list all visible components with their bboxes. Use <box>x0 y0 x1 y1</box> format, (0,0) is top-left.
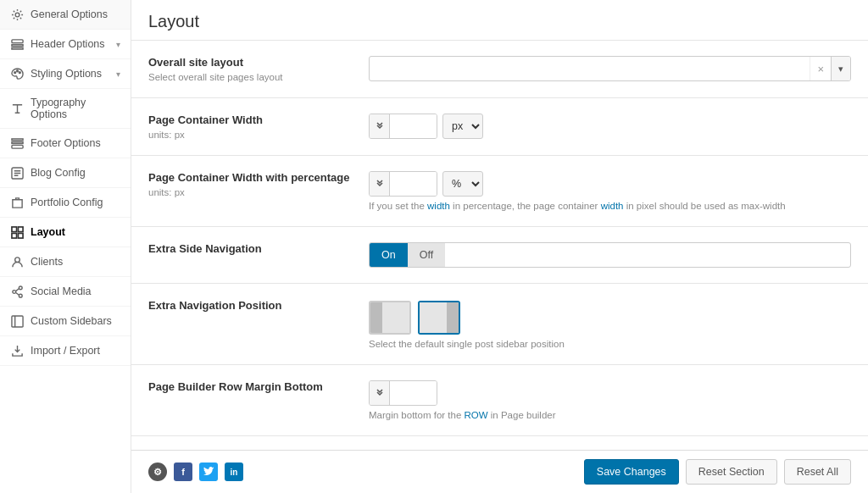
sidebar-item-portfolio-config[interactable]: Portfolio Config <box>0 188 131 218</box>
sidebar-item-layout[interactable]: Layout <box>0 218 131 247</box>
sidebar-item-footer-options[interactable]: Footer Options <box>0 129 131 158</box>
sidebar-item-general-options[interactable]: General Options <box>0 0 131 30</box>
toggle-on-button[interactable]: On <box>370 243 408 267</box>
svg-rect-3 <box>11 47 22 49</box>
svg-point-16 <box>12 290 15 293</box>
svg-point-15 <box>19 285 22 289</box>
sidebar-item-typography-options-label: Typography Options <box>31 97 120 120</box>
section-row-margin-title: Page Builder Row Margin Bottom <box>148 380 352 393</box>
sidebar-item-social-media[interactable]: Social Media <box>0 277 131 307</box>
sidebar-item-clients[interactable]: Clients <box>0 247 131 277</box>
sidebar-item-social-media-label: Social Media <box>31 285 120 297</box>
svg-rect-7 <box>11 138 22 140</box>
twitter-icon[interactable] <box>199 463 218 481</box>
sidebar-item-styling-options-label: Styling Options <box>31 68 109 80</box>
social-icon <box>10 285 24 298</box>
row-margin-input-group: 85 <box>369 380 437 406</box>
section-overall-site-layout-title: Overall site layout <box>148 56 352 69</box>
sidebar-item-clients-label: Clients <box>31 256 120 268</box>
sidebar-item-blog-config-label: Blog Config <box>31 167 120 179</box>
sidebar-item-portfolio-config-label: Portfolio Config <box>31 197 120 208</box>
footer-bar: ⚙ f in Save Changes Reset Section Reset … <box>131 450 868 493</box>
section-inner-page-content-padding: Inner Page Content Padding 85 <box>131 436 868 450</box>
gear-icon <box>10 8 24 21</box>
import-icon <box>10 344 24 357</box>
page-container-width-pct-input-group: 87 <box>369 171 437 197</box>
decrement-pct-button[interactable] <box>370 172 390 196</box>
section-page-container-width-title: Page Container Width <box>148 114 352 126</box>
sidebar-item-custom-sidebars[interactable]: Custom Sidebars <box>0 307 131 336</box>
section-extra-nav-position-title: Extra Navigation Position <box>148 299 352 312</box>
section-extra-side-nav-title: Extra Side Navigation <box>148 242 352 255</box>
clients-icon <box>10 255 24 269</box>
svg-point-0 <box>15 13 19 17</box>
sidebar-item-import-export[interactable]: Import / Export <box>0 336 131 366</box>
section-extra-side-nav-control: On Off <box>369 242 851 268</box>
typography-icon <box>10 102 24 115</box>
sidebar-item-header-options-label: Header Options <box>31 38 109 50</box>
chevron-down-icon: ▾ <box>116 40 120 49</box>
section-page-builder-row-margin: Page Builder Row Margin Bottom 85 Margin… <box>131 365 868 436</box>
position-right-option[interactable] <box>418 301 460 335</box>
svg-point-5 <box>16 69 18 71</box>
dropdown-arrow-icon[interactable]: ▾ <box>831 57 850 80</box>
position-left-option[interactable] <box>369 301 411 335</box>
svg-rect-11 <box>11 226 16 231</box>
section-page-container-width-pct-title: Page Container Width with percentage <box>148 171 352 184</box>
reset-all-button[interactable]: Reset All <box>784 459 851 485</box>
decrement-row-margin-button[interactable] <box>370 381 390 405</box>
facebook-icon[interactable]: f <box>174 463 192 481</box>
sidebar-item-footer-options-label: Footer Options <box>31 137 120 149</box>
sidebar-item-typography-options[interactable]: Typography Options <box>0 89 131 129</box>
section-page-container-width-percentage: Page Container Width with percentage uni… <box>131 156 868 227</box>
page-container-width-pct-field[interactable]: 87 <box>390 172 437 196</box>
settings-icon[interactable]: ⚙ <box>148 463 167 481</box>
palette-icon <box>10 67 24 80</box>
page-container-width-input-group: 1100 <box>369 114 437 139</box>
page-container-width-pct-unit-select[interactable]: % px <box>442 171 483 197</box>
decrement-button[interactable] <box>370 114 390 138</box>
sidebar-item-styling-options[interactable]: Styling Options ▾ <box>0 59 131 89</box>
svg-rect-9 <box>11 145 22 148</box>
svg-point-17 <box>19 294 22 297</box>
clear-button[interactable]: × <box>810 57 831 80</box>
layout-icon <box>10 225 24 239</box>
section-overall-site-layout: Overall site layout Select overall site … <box>131 41 868 98</box>
footer-buttons: Save Changes Reset Section Reset All <box>584 459 851 485</box>
section-page-container-width: Page Container Width units: px 1100 px <box>131 98 868 156</box>
footer-icons: ⚙ f in <box>148 463 243 481</box>
sidebar-item-header-options[interactable]: Header Options ▾ <box>0 30 131 59</box>
reset-section-button[interactable]: Reset Section <box>686 459 777 485</box>
svg-rect-18 <box>11 315 22 326</box>
toggle-off-button[interactable]: Off <box>408 243 445 267</box>
section-overall-site-layout-desc: Select overall site pages layout <box>148 72 352 82</box>
extra-side-nav-toggle: On Off <box>369 242 851 268</box>
blog-icon <box>10 166 24 180</box>
page-container-width-field[interactable]: 1100 <box>390 114 437 138</box>
sidebar: General Options Header Options ▾ <box>0 0 131 493</box>
section-page-container-width-desc: units: px <box>148 130 352 140</box>
sidebar-item-blog-config[interactable]: Blog Config <box>0 158 131 188</box>
sidebar-item-import-export-label: Import / Export <box>31 345 120 357</box>
save-changes-button[interactable]: Save Changes <box>584 459 679 485</box>
sidebar-item-general-options-label: General Options <box>31 8 120 20</box>
section-extra-nav-position-control: Select the default single post sidebar p… <box>369 299 851 349</box>
svg-rect-2 <box>11 44 22 46</box>
sidebars-icon <box>10 314 24 328</box>
section-page-container-width-pct-desc: units: px <box>148 187 352 197</box>
page-container-width-pct-info: If you set the width in percentage, the … <box>369 201 851 211</box>
linkedin-icon[interactable]: in <box>225 463 243 481</box>
section-extra-navigation-position: Extra Navigation Position Select the d <box>131 284 868 365</box>
sidebar-item-layout-label: Layout <box>31 226 120 238</box>
footer-icon <box>10 136 24 150</box>
svg-point-6 <box>19 71 20 73</box>
section-page-container-width-pct-control: 87 % px If you set the width in percenta… <box>369 171 851 211</box>
row-margin-field[interactable]: 85 <box>390 381 437 405</box>
overall-layout-input[interactable]: Fullwidth <box>370 63 810 75</box>
row-margin-info: Margin bottom for the ROW in Page builde… <box>369 410 851 420</box>
page-container-width-unit-select[interactable]: px % <box>442 114 483 139</box>
overall-layout-dropdown[interactable]: Fullwidth × ▾ <box>369 56 851 81</box>
position-selector <box>369 301 851 335</box>
section-overall-site-layout-control: Fullwidth × ▾ <box>369 56 851 81</box>
svg-rect-12 <box>18 226 23 231</box>
